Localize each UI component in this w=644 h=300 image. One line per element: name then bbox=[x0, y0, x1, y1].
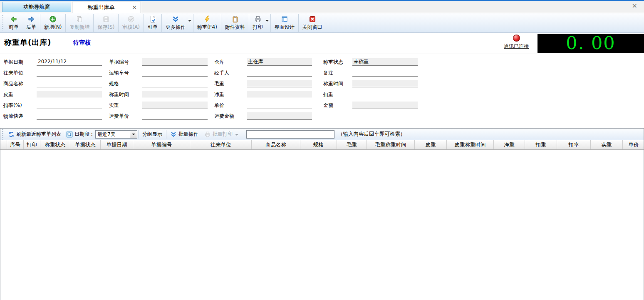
toolbar-button: 审核(A) bbox=[118, 14, 144, 32]
toolbar-button-label: 称重(F4) bbox=[197, 24, 217, 31]
search-icon bbox=[66, 131, 73, 138]
tab-strip: 功能导航窗 称重出库单 × × bbox=[0, 1, 644, 13]
column-header[interactable]: 皮重 bbox=[415, 140, 447, 149]
toolbar-button-label: 引单 bbox=[148, 24, 158, 31]
column-header[interactable]: 扣率 bbox=[557, 140, 591, 149]
group-display-button[interactable]: 分组显示 bbox=[139, 129, 165, 139]
column-header[interactable]: 毛重称重时间 bbox=[367, 140, 415, 149]
ui-design-icon bbox=[281, 15, 288, 23]
field-input[interactable] bbox=[37, 80, 102, 87]
field-input bbox=[142, 58, 208, 66]
date-range-select[interactable]: 最近7天 bbox=[95, 130, 137, 139]
toolbar-button[interactable]: 称重(F4) bbox=[193, 14, 221, 32]
field-label: 扣重 bbox=[323, 91, 352, 102]
status-badge: 待审核 bbox=[73, 39, 91, 47]
field-input[interactable] bbox=[352, 69, 418, 77]
field-input[interactable] bbox=[37, 102, 102, 109]
add-icon bbox=[49, 15, 57, 23]
pull-doc-icon bbox=[149, 15, 156, 23]
field-input bbox=[352, 102, 418, 109]
field-label: 皮重 bbox=[3, 91, 37, 102]
field-label: 实重 bbox=[109, 102, 142, 112]
field-label: 单据日期 bbox=[3, 58, 37, 69]
connection-indicator-icon bbox=[513, 35, 520, 42]
tab-weighing-outbound-order[interactable]: 称重出库单 × bbox=[72, 2, 141, 13]
toolbar-button[interactable]: 后单 bbox=[22, 14, 40, 32]
field-input[interactable] bbox=[247, 69, 312, 77]
batch-print-label: 批量打印 bbox=[213, 131, 233, 138]
approve-icon bbox=[127, 15, 135, 23]
column-header[interactable]: 单据编号 bbox=[133, 140, 190, 149]
group-display-label: 分组显示 bbox=[142, 131, 162, 138]
date-range-value: 最近7天 bbox=[96, 131, 130, 138]
field-label: 规格 bbox=[109, 80, 142, 91]
toolbar-button[interactable]: 打印 bbox=[249, 14, 270, 32]
recent-list-panel: 刷新最近称重单列表 日期段： 最近7天 分组显示 批量操作 批量打印 （输入内容… bbox=[0, 128, 644, 300]
search-hint: （输入内容后回车即可检索） bbox=[338, 131, 406, 138]
tab-function-navigation[interactable]: 功能导航窗 bbox=[2, 2, 71, 12]
toolbar-button-label: 后单 bbox=[26, 24, 36, 31]
column-header[interactable]: 商品名称 bbox=[252, 140, 300, 149]
field-input[interactable] bbox=[142, 69, 208, 77]
toolbar-grip[interactable] bbox=[2, 128, 3, 142]
field-input bbox=[37, 91, 102, 98]
field-input bbox=[247, 91, 312, 98]
column-header[interactable]: 单据状态 bbox=[70, 140, 101, 149]
column-header[interactable]: 序号 bbox=[7, 140, 24, 149]
window-close-icon[interactable]: × bbox=[632, 2, 637, 9]
toolbar-button-label: 界面设计 bbox=[275, 24, 295, 31]
field-input bbox=[142, 102, 208, 109]
field-input[interactable] bbox=[352, 91, 418, 98]
quick-search-input[interactable] bbox=[247, 131, 334, 138]
field-input bbox=[142, 91, 208, 98]
column-header[interactable]: 皮重称重时间 bbox=[447, 140, 494, 149]
field-input[interactable] bbox=[142, 80, 208, 87]
tab-close-icon[interactable]: × bbox=[132, 4, 137, 10]
column-header[interactable]: 打印 bbox=[24, 140, 40, 149]
toolbar-button[interactable]: 附件资料 bbox=[221, 14, 249, 32]
dropdown-button[interactable] bbox=[130, 131, 137, 138]
column-header[interactable]: 称重状态 bbox=[40, 140, 70, 149]
column-header[interactable]: 单价 bbox=[623, 140, 644, 149]
field-label: 净重 bbox=[214, 91, 247, 102]
field-input bbox=[247, 112, 312, 120]
column-header[interactable]: 单据日期 bbox=[101, 140, 133, 149]
toolbar-button[interactable]: 引单 bbox=[144, 14, 161, 32]
field-label: 运费单价 bbox=[109, 112, 142, 123]
toolbar-button: 复制新增 bbox=[65, 14, 93, 32]
field-label: 称重状态 bbox=[323, 58, 352, 69]
field-input[interactable] bbox=[37, 69, 102, 77]
toolbar-button[interactable]: 前单 bbox=[5, 14, 22, 32]
attachment-icon bbox=[231, 15, 239, 23]
toolbar-button[interactable]: 更多操作 bbox=[161, 14, 193, 32]
field-input[interactable] bbox=[142, 112, 208, 120]
refresh-list-button[interactable]: 刷新最近称重单列表 bbox=[5, 129, 64, 139]
field-input[interactable]: 2022/11/12 bbox=[37, 58, 102, 66]
quick-search-box bbox=[246, 130, 334, 139]
column-header[interactable]: 往来单位 bbox=[190, 140, 252, 149]
column-header[interactable]: 实重 bbox=[591, 140, 623, 149]
field-input[interactable] bbox=[37, 112, 102, 120]
toolbar-grip[interactable] bbox=[2, 15, 3, 30]
main-toolbar: 前单 后单 新增(N) 复制新增 保存(S) 审核(A) 引单 bbox=[0, 13, 644, 33]
field-input bbox=[352, 80, 418, 87]
field-label: 备注 bbox=[323, 69, 352, 80]
toolbar-button: 保存(S) bbox=[93, 14, 118, 32]
column-header[interactable]: 规格 bbox=[300, 140, 337, 149]
toolbar-button-label: 审核(A) bbox=[122, 24, 140, 31]
scale-weight-display: 0. 00 bbox=[537, 34, 644, 53]
table-body bbox=[0, 150, 644, 300]
field-input[interactable] bbox=[247, 102, 312, 109]
toolbar-button-label: 新增(N) bbox=[44, 24, 62, 31]
batch-operations-button[interactable]: 批量操作 bbox=[167, 129, 201, 139]
column-header[interactable]: 净重 bbox=[494, 140, 525, 149]
toolbar-button-label: 复制新增 bbox=[69, 24, 89, 31]
field-label: 经手人 bbox=[214, 69, 247, 80]
column-header[interactable]: 毛重 bbox=[337, 140, 367, 149]
column-header[interactable]: 扣重 bbox=[525, 140, 557, 149]
toolbar-button[interactable]: 新增(N) bbox=[40, 14, 65, 32]
arrow-left-icon bbox=[10, 15, 17, 23]
toolbar-button[interactable]: 界面设计 bbox=[270, 14, 298, 32]
toolbar-button[interactable]: 关闭窗口 bbox=[298, 14, 326, 32]
connection-status-label[interactable]: 通讯已连接 bbox=[498, 43, 534, 50]
